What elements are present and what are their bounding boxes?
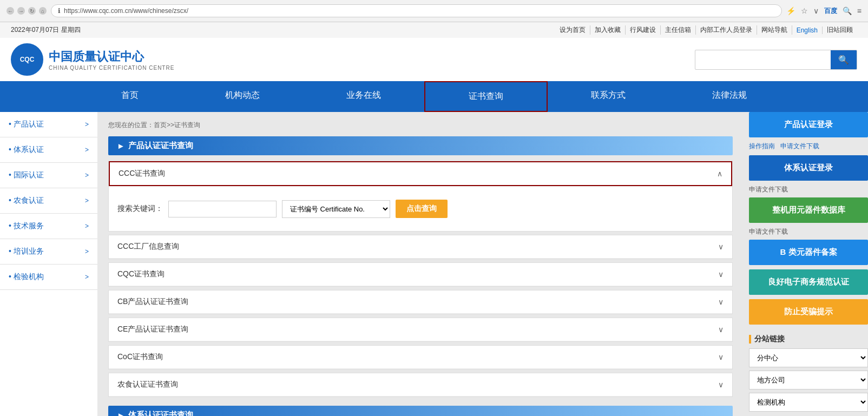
- menu-icon[interactable]: ≡: [857, 6, 862, 15]
- ccc-accordion-header[interactable]: CCC证书查询 ∧: [109, 161, 732, 186]
- nav-item-law[interactable]: 法律法规: [669, 81, 790, 112]
- sidebar-item-agri-cert[interactable]: • 农食认证 >: [0, 188, 97, 214]
- sidebar-label-agri-cert: • 农食认证: [9, 196, 44, 206]
- sidebar-label-product-cert: • 产品认证: [9, 120, 44, 129]
- nav-item-home[interactable]: 首页: [78, 81, 182, 112]
- sidebar-label-intl-cert: • 国际认证: [9, 170, 44, 180]
- cb-cert-accordion-header[interactable]: CB产品认证证书查询 ∨: [109, 290, 732, 314]
- sidebar-arrow-tech-service: >: [85, 222, 89, 230]
- header-search-input[interactable]: [695, 51, 831, 68]
- add-bookmark-link[interactable]: 加入收藏: [590, 25, 626, 35]
- cqc-cert-accordion: CQC证书查询 ∨: [108, 262, 733, 287]
- reload-btn[interactable]: ↻: [28, 7, 36, 15]
- browser-controls: ← → ↻ ⌂: [6, 7, 47, 15]
- chevron-down-icon[interactable]: ∨: [813, 6, 819, 15]
- logo-en: CHINA QUALITY CERTIFICATION CENTRE: [49, 65, 174, 71]
- ccc-accordion-chevron: ∧: [717, 169, 722, 178]
- coc-cert-chevron: ∨: [718, 353, 724, 361]
- agri-cert-title: 农食认证证书查询: [117, 380, 178, 389]
- browser-chrome: ← → ↻ ⌂ ℹ https://www.cqc.com.cn/www/chi…: [0, 0, 868, 22]
- site-nav-link[interactable]: 网站导航: [757, 25, 792, 35]
- sidebar-label-tech-service: • 技术服务: [9, 221, 44, 231]
- sidebar-item-tech-service[interactable]: • 技术服务 >: [0, 214, 97, 239]
- home-btn[interactable]: ⌂: [39, 7, 47, 15]
- breadcrumb: 您现在的位置：首页>>证书查询: [108, 121, 733, 130]
- nav-item-news[interactable]: 机构动态: [182, 81, 303, 112]
- branch-inspection-select[interactable]: 检测机构: [749, 393, 868, 412]
- url-text: https://www.cqc.com.cn/www/chinese/zscx/: [64, 7, 188, 15]
- url-bar[interactable]: ℹ https://www.cqc.com.cn/www/chinese/zsc…: [51, 4, 782, 17]
- staff-login-link[interactable]: 内部工作人员登录: [696, 25, 757, 35]
- instruction-link[interactable]: 操作指南: [749, 142, 775, 151]
- branch-center-select[interactable]: 分中心: [749, 348, 868, 367]
- back-btn[interactable]: ←: [6, 7, 14, 15]
- sidebar-arrow-agri-cert: >: [85, 197, 89, 204]
- sidebar-item-system-cert[interactable]: • 体系认证 >: [0, 137, 97, 163]
- sidebar-arrow-system-cert: >: [85, 146, 89, 154]
- ccc-accordion: CCC证书查询 ∧ 搜索关键词： 证书编号 Certificate No. 点击…: [108, 161, 733, 232]
- content-area: 您现在的位置：首页>>证书查询 ► 产品认证证书查询 CCC证书查询 ∧ 搜索关…: [97, 112, 744, 416]
- sidebar-item-training[interactable]: • 培训业务 >: [0, 239, 97, 265]
- header-search-bar: 🔍: [695, 50, 857, 70]
- ce-cert-accordion: CE产品认证证书查询 ∨: [108, 318, 733, 342]
- integrity-link[interactable]: 行风建设: [626, 25, 661, 35]
- cqc-cert-title: CQC证书查询: [117, 269, 165, 279]
- sidebar-item-inspection[interactable]: • 检验机构 >: [0, 265, 97, 290]
- ccc-factory-accordion: CCC工厂信息查询 ∨: [108, 235, 733, 259]
- ce-cert-accordion-header[interactable]: CE产品认证证书查询 ∨: [109, 318, 732, 341]
- old-site-link[interactable]: 旧站回顾: [823, 25, 857, 35]
- ccc-search-submit-button[interactable]: 点击查询: [396, 200, 448, 218]
- sidebar-arrow-inspection: >: [85, 273, 89, 281]
- baidu-logo: 百度: [824, 6, 837, 16]
- english-link[interactable]: English: [792, 27, 823, 34]
- product-cert-section-title: 产品认证证书查询: [128, 141, 193, 151]
- sidebar-item-intl-cert[interactable]: • 国际认证 >: [0, 163, 97, 188]
- system-section-arrow-icon: ►: [117, 411, 125, 416]
- sidebar-item-product-cert[interactable]: • 产品认证 >: [0, 112, 97, 137]
- star-icon[interactable]: ☆: [801, 6, 808, 15]
- section-header-arrow-icon: ►: [117, 141, 125, 150]
- anti-fraud-button[interactable]: 防止受骗提示: [749, 299, 868, 325]
- nav-item-cert-query[interactable]: 证书查询: [424, 81, 548, 112]
- header-search-button[interactable]: 🔍: [831, 50, 857, 69]
- coc-cert-accordion: CoC证书查询 ∨: [108, 345, 733, 369]
- product-cert-section-header: ► 产品认证证书查询: [108, 136, 733, 155]
- date-display: 2022年07月07日 星期四: [11, 25, 81, 35]
- top-links: 设为首页 加入收藏 行风建设 主任信箱 内部工作人员登录 网站导航 Englis…: [555, 25, 857, 35]
- right-quick-links: 操作指南 申请文件下载: [749, 142, 868, 151]
- agri-cert-accordion-header[interactable]: 农食认证证书查询 ∨: [109, 373, 732, 397]
- nav-item-business[interactable]: 业务在线: [303, 81, 424, 112]
- forward-btn[interactable]: →: [17, 7, 25, 15]
- ecommerce-cert-button[interactable]: 良好电子商务规范认证: [749, 269, 868, 295]
- system-login-button[interactable]: 体系认证登录: [749, 155, 868, 181]
- branch-local-select[interactable]: 地方公司: [749, 371, 868, 389]
- ccc-search-label: 搜索关键词：: [117, 204, 163, 214]
- sidebar-arrow-product-cert: >: [85, 121, 89, 128]
- cqc-cert-chevron: ∨: [718, 270, 724, 279]
- ccc-search-keyword-input[interactable]: [168, 201, 277, 217]
- ccc-accordion-content: 搜索关键词： 证书编号 Certificate No. 点击查询: [109, 186, 732, 231]
- ccc-search-type-select[interactable]: 证书编号 Certificate No.: [282, 200, 390, 218]
- system-cert-section-title: 体系认证证书查询: [128, 410, 193, 416]
- logo-abbr-text: CQC: [20, 56, 35, 63]
- director-mailbox-link[interactable]: 主任信箱: [661, 25, 696, 35]
- set-homepage-link[interactable]: 设为首页: [555, 25, 590, 35]
- ccc-factory-accordion-header[interactable]: CCC工厂信息查询 ∨: [109, 235, 732, 259]
- apply-label-2: 申请文件下载: [749, 227, 868, 236]
- header: CQC 中国质量认证中心 CHINA QUALITY CERTIFICATION…: [0, 38, 868, 81]
- ccc-search-form: 搜索关键词： 证书编号 Certificate No. 点击查询: [117, 195, 724, 222]
- search-browser-icon[interactable]: 🔍: [843, 6, 852, 15]
- cqc-cert-accordion-header[interactable]: CQC证书查询 ∨: [109, 263, 732, 286]
- sidebar-arrow-intl-cert: >: [85, 171, 89, 179]
- ccc-accordion-title: CCC证书查询: [119, 169, 165, 179]
- logo-icon: CQC: [11, 43, 43, 76]
- whole-machine-db-button[interactable]: 整机用元器件数据库: [749, 197, 868, 223]
- sidebar-label-inspection: • 检验机构: [9, 272, 44, 282]
- b-class-filing-button[interactable]: B 类元器件备案: [749, 240, 868, 265]
- nav-item-contact[interactable]: 联系方式: [548, 81, 669, 112]
- product-login-button[interactable]: 产品认证登录: [749, 112, 868, 137]
- top-bar: 2022年07月07日 星期四 设为首页 加入收藏 行风建设 主任信箱 内部工作…: [0, 22, 868, 38]
- coc-cert-accordion-header[interactable]: CoC证书查询 ∨: [109, 346, 732, 369]
- apply-download-link[interactable]: 申请文件下载: [780, 142, 819, 151]
- cb-cert-chevron: ∨: [718, 298, 724, 306]
